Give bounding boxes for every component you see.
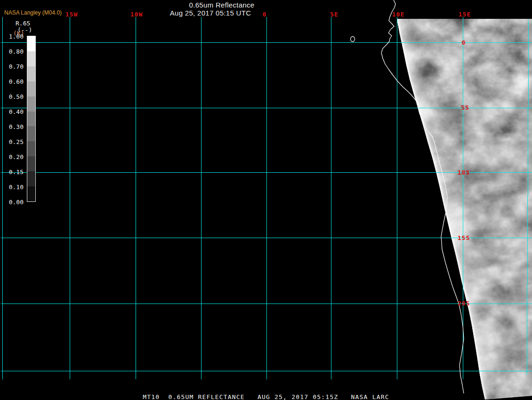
latitude-label: 20S — [458, 300, 470, 307]
colorbar-tick-label: 0.30 — [0, 123, 24, 130]
colorbar-tick-label: 0.60 — [0, 78, 24, 85]
colorbar-tick-label: 0.50 — [0, 93, 24, 100]
colorbar-segment — [27, 96, 35, 112]
satellite-map-canvas — [0, 0, 532, 400]
colorbar-segment — [27, 171, 35, 186]
timestamp-title: Aug 25, 2017 05:15 UTC — [140, 9, 281, 17]
colorbar-gradient — [27, 36, 36, 202]
colorbar-segment — [27, 51, 35, 66]
colorbar-tick-label: 0.40 — [0, 108, 24, 115]
colorbar-segment — [27, 81, 35, 96]
longitude-label: 15W — [65, 11, 78, 18]
colorbar-segment — [27, 66, 35, 81]
colorbar-tick-label: 0.70 — [0, 63, 24, 70]
colorbar-tick-label: 0.20 — [0, 153, 24, 160]
longitude-label: 10E — [392, 11, 404, 18]
satellite-swath-imagery — [377, 14, 532, 400]
colorbar-tick-label: 0.15 — [0, 168, 24, 176]
colorbar-tick-label: 0.80 — [0, 48, 24, 55]
colorbar-segment — [27, 112, 35, 127]
longitude-label: 10W — [130, 11, 143, 18]
colorbar-tick-label: 1.00 — [0, 33, 24, 40]
colorbar-segment — [27, 36, 35, 51]
latitude-label: 15S — [458, 234, 470, 241]
credit-label: NASA Langley (M04.0) — [4, 9, 62, 16]
colorbar-title: R.65 — [16, 20, 30, 27]
colorbar-segment — [27, 126, 35, 141]
longitude-label: 5E — [330, 11, 339, 18]
page-title: 0.65um Reflectance — [151, 1, 292, 9]
longitude-label: 0 — [263, 11, 267, 18]
colorbar-tick-label: 0.00 — [0, 199, 24, 206]
colorbar-segment — [27, 156, 35, 171]
colorbar-tick-label: 0.25 — [0, 138, 24, 145]
latitude-label: 10S — [458, 169, 470, 176]
satellite-image-viewer: NASA Langley (M04.0) 0.65um Reflectance … — [0, 0, 532, 400]
colorbar-tick-label: 0.10 — [0, 184, 24, 191]
latitude-label: 5S — [461, 104, 469, 111]
footer-caption: MT10 0.65UM REFLECTANCE AUG 25, 2017 05:… — [0, 393, 532, 400]
colorbar-segment — [27, 141, 35, 156]
colorbar-segment — [27, 186, 35, 201]
longitude-label: 15E — [459, 11, 471, 18]
latitude-label: 0 — [462, 39, 466, 46]
island-outline — [351, 37, 355, 42]
